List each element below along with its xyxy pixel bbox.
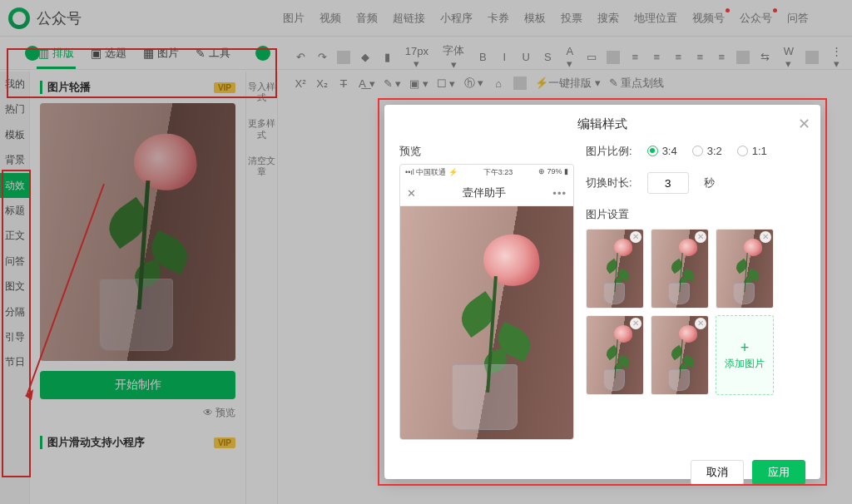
- edit-style-modal: 编辑样式 ✕ 预览 ••ıl 中国联通 ⚡ 下午3:23 ⊕ 79% ▮ ✕ 壹…: [384, 105, 820, 479]
- close-icon[interactable]: ✕: [798, 115, 810, 133]
- add-image-button[interactable]: +添加图片: [716, 315, 774, 395]
- ratio-option[interactable]: 3:4: [647, 145, 677, 157]
- phone-more-icon[interactable]: •••: [552, 187, 567, 200]
- modal-title: 编辑样式: [577, 116, 627, 131]
- duration-unit: 秒: [704, 175, 715, 190]
- ratio-label: 图片比例:: [586, 144, 632, 159]
- carrier-text: ••ıl 中国联通 ⚡: [405, 167, 458, 178]
- phone-close-icon[interactable]: ✕: [407, 187, 416, 200]
- ratio-option[interactable]: 1:1: [737, 145, 767, 157]
- remove-thumb-icon[interactable]: ✕: [630, 318, 641, 329]
- image-thumb[interactable]: ✕: [586, 229, 644, 309]
- thumbs-label: 图片设置: [586, 207, 805, 222]
- duration-input[interactable]: [647, 172, 689, 194]
- battery-text: ⊕ 79% ▮: [538, 167, 568, 178]
- image-thumb[interactable]: ✕: [651, 229, 709, 309]
- remove-thumb-icon[interactable]: ✕: [695, 231, 706, 243]
- image-thumb[interactable]: ✕: [586, 315, 644, 395]
- phone-preview: ••ıl 中国联通 ⚡ 下午3:23 ⊕ 79% ▮ ✕ 壹伴助手 •••: [399, 164, 574, 440]
- remove-thumb-icon[interactable]: ✕: [760, 231, 771, 243]
- time-text: 下午3:23: [483, 167, 513, 178]
- preview-label: 预览: [399, 144, 574, 159]
- duration-row: 切换时长: 秒: [586, 172, 805, 194]
- cancel-button[interactable]: 取消: [691, 460, 744, 485]
- remove-thumb-icon[interactable]: ✕: [695, 318, 706, 329]
- ratio-option[interactable]: 3:2: [692, 145, 722, 157]
- image-thumb[interactable]: ✕: [716, 229, 774, 309]
- apply-button[interactable]: 应用: [752, 460, 805, 485]
- duration-label: 切换时长:: [586, 175, 632, 190]
- aspect-ratio-row: 图片比例: 3:43:21:1: [586, 144, 805, 159]
- remove-thumb-icon[interactable]: ✕: [630, 231, 641, 243]
- image-thumbs: ✕✕✕✕✕+添加图片: [586, 229, 805, 395]
- image-thumb[interactable]: ✕: [651, 315, 709, 395]
- phone-app-title: 壹伴助手: [463, 185, 506, 200]
